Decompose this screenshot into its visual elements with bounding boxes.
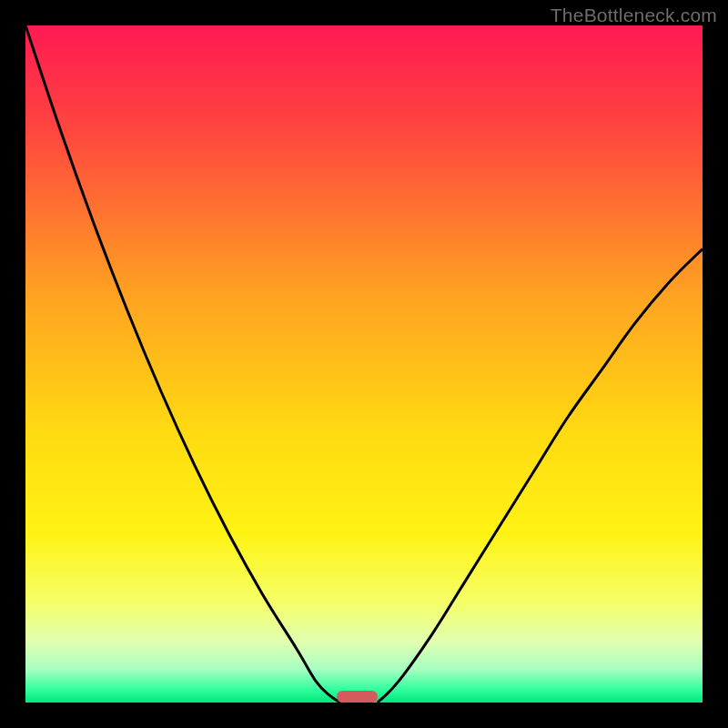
watermark-text: TheBottleneck.com [551,5,717,26]
plot-area [25,25,703,703]
chart-frame: TheBottleneck.com [0,0,728,728]
chart-svg [25,25,703,703]
gradient-background [25,25,703,703]
bottleneck-marker [337,691,378,703]
